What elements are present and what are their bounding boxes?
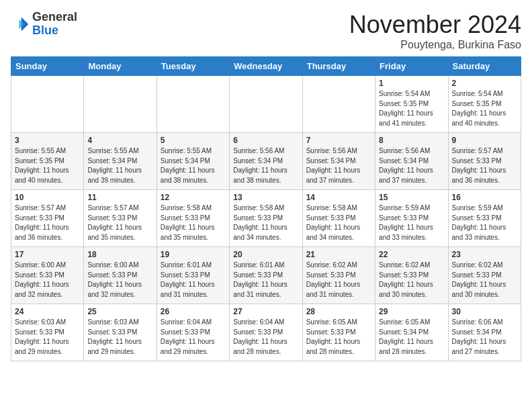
day-cell: 17Sunrise: 6:00 AMSunset: 5:33 PMDayligh… (11, 247, 84, 304)
day-info: Sunrise: 5:57 AMSunset: 5:33 PMDaylight:… (87, 203, 152, 242)
day-number: 22 (379, 250, 444, 259)
week-row-4: 17Sunrise: 6:00 AMSunset: 5:33 PMDayligh… (11, 247, 521, 304)
day-number: 9 (452, 136, 517, 145)
day-number: 18 (87, 250, 152, 259)
day-cell: 1Sunrise: 5:54 AMSunset: 5:35 PMDaylight… (375, 76, 448, 133)
day-number: 23 (452, 250, 517, 259)
weekday-header-monday: Monday (84, 57, 157, 76)
day-number: 21 (306, 250, 371, 259)
day-cell: 5Sunrise: 5:55 AMSunset: 5:34 PMDaylight… (157, 133, 229, 190)
day-cell: 29Sunrise: 6:05 AMSunset: 5:34 PMDayligh… (375, 304, 448, 361)
day-info: Sunrise: 5:54 AMSunset: 5:35 PMDaylight:… (452, 89, 517, 128)
day-info: Sunrise: 6:02 AMSunset: 5:33 PMDaylight:… (452, 261, 517, 300)
day-number: 27 (233, 307, 298, 316)
day-cell: 14Sunrise: 5:58 AMSunset: 5:33 PMDayligh… (302, 190, 375, 247)
day-info: Sunrise: 6:00 AMSunset: 5:33 PMDaylight:… (15, 261, 80, 300)
logo-blue: Blue (32, 24, 58, 37)
page-header: General Blue November 2024 Pouytenga, Bu… (11, 11, 521, 51)
day-cell: 9Sunrise: 5:57 AMSunset: 5:33 PMDaylight… (448, 133, 521, 190)
calendar-table: SundayMondayTuesdayWednesdayThursdayFrid… (11, 56, 521, 361)
day-info: Sunrise: 5:55 AMSunset: 5:34 PMDaylight:… (161, 146, 226, 185)
week-row-5: 24Sunrise: 6:03 AMSunset: 5:33 PMDayligh… (11, 304, 521, 361)
day-cell (230, 76, 302, 133)
day-info: Sunrise: 6:03 AMSunset: 5:33 PMDaylight:… (87, 318, 152, 357)
day-cell (11, 76, 84, 133)
weekday-header-saturday: Saturday (448, 57, 521, 76)
day-cell: 4Sunrise: 5:55 AMSunset: 5:34 PMDaylight… (84, 133, 157, 190)
day-number: 10 (15, 193, 80, 202)
day-info: Sunrise: 6:01 AMSunset: 5:33 PMDaylight:… (161, 261, 226, 300)
logo-general: General (32, 10, 77, 24)
day-info: Sunrise: 5:55 AMSunset: 5:34 PMDaylight:… (87, 146, 152, 185)
day-cell: 12Sunrise: 5:58 AMSunset: 5:33 PMDayligh… (157, 190, 229, 247)
day-info: Sunrise: 5:54 AMSunset: 5:35 PMDaylight:… (379, 89, 444, 128)
day-number: 14 (306, 193, 371, 202)
day-number: 4 (87, 136, 152, 145)
day-number: 20 (233, 250, 298, 259)
day-info: Sunrise: 6:02 AMSunset: 5:33 PMDaylight:… (379, 261, 444, 300)
day-cell: 26Sunrise: 6:04 AMSunset: 5:33 PMDayligh… (157, 304, 229, 361)
day-number: 30 (452, 307, 517, 316)
day-cell: 8Sunrise: 5:56 AMSunset: 5:34 PMDaylight… (375, 133, 448, 190)
day-cell: 10Sunrise: 5:57 AMSunset: 5:33 PMDayligh… (11, 190, 84, 247)
day-number: 5 (161, 136, 226, 145)
weekday-header-thursday: Thursday (302, 57, 375, 76)
day-cell: 11Sunrise: 5:57 AMSunset: 5:33 PMDayligh… (84, 190, 157, 247)
day-cell: 27Sunrise: 6:04 AMSunset: 5:33 PMDayligh… (230, 304, 302, 361)
month-title: November 2024 (349, 11, 521, 39)
weekday-header-tuesday: Tuesday (157, 57, 229, 76)
day-info: Sunrise: 5:55 AMSunset: 5:35 PMDaylight:… (15, 146, 80, 185)
weekday-header-row: SundayMondayTuesdayWednesdayThursdayFrid… (11, 57, 521, 76)
day-info: Sunrise: 6:04 AMSunset: 5:33 PMDaylight:… (233, 318, 298, 357)
day-number: 16 (452, 193, 517, 202)
weekday-header-sunday: Sunday (11, 57, 84, 76)
day-info: Sunrise: 5:57 AMSunset: 5:33 PMDaylight:… (452, 146, 517, 185)
weekday-header-friday: Friday (375, 57, 448, 76)
day-number: 2 (452, 79, 517, 88)
day-cell: 28Sunrise: 6:05 AMSunset: 5:33 PMDayligh… (302, 304, 375, 361)
day-info: Sunrise: 5:59 AMSunset: 5:33 PMDaylight:… (379, 203, 444, 242)
day-info: Sunrise: 6:05 AMSunset: 5:34 PMDaylight:… (379, 318, 444, 357)
day-number: 7 (306, 136, 371, 145)
day-number: 3 (15, 136, 80, 145)
week-row-3: 10Sunrise: 5:57 AMSunset: 5:33 PMDayligh… (11, 190, 521, 247)
day-info: Sunrise: 6:04 AMSunset: 5:33 PMDaylight:… (161, 318, 226, 357)
title-block: November 2024 Pouytenga, Burkina Faso (349, 11, 521, 51)
day-info: Sunrise: 5:59 AMSunset: 5:33 PMDaylight:… (452, 203, 517, 242)
day-number: 11 (87, 193, 152, 202)
day-cell: 20Sunrise: 6:01 AMSunset: 5:33 PMDayligh… (230, 247, 302, 304)
day-cell: 22Sunrise: 6:02 AMSunset: 5:33 PMDayligh… (375, 247, 448, 304)
day-number: 29 (379, 307, 444, 316)
day-number: 19 (161, 250, 226, 259)
location: Pouytenga, Burkina Faso (349, 39, 521, 51)
week-row-2: 3Sunrise: 5:55 AMSunset: 5:35 PMDaylight… (11, 133, 521, 190)
day-number: 26 (161, 307, 226, 316)
day-info: Sunrise: 6:02 AMSunset: 5:33 PMDaylight:… (306, 261, 371, 300)
day-cell: 18Sunrise: 6:00 AMSunset: 5:33 PMDayligh… (84, 247, 157, 304)
day-number: 15 (379, 193, 444, 202)
day-cell (157, 76, 229, 133)
day-cell: 23Sunrise: 6:02 AMSunset: 5:33 PMDayligh… (448, 247, 521, 304)
day-info: Sunrise: 5:56 AMSunset: 5:34 PMDaylight:… (379, 146, 444, 185)
day-info: Sunrise: 5:57 AMSunset: 5:33 PMDaylight:… (15, 203, 80, 242)
day-info: Sunrise: 6:00 AMSunset: 5:33 PMDaylight:… (87, 261, 152, 300)
day-number: 25 (87, 307, 152, 316)
day-info: Sunrise: 6:05 AMSunset: 5:33 PMDaylight:… (306, 318, 371, 357)
day-info: Sunrise: 5:58 AMSunset: 5:33 PMDaylight:… (233, 203, 298, 242)
day-number: 17 (15, 250, 80, 259)
day-cell: 21Sunrise: 6:02 AMSunset: 5:33 PMDayligh… (302, 247, 375, 304)
week-row-1: 1Sunrise: 5:54 AMSunset: 5:35 PMDaylight… (11, 76, 521, 133)
day-number: 12 (161, 193, 226, 202)
day-cell (84, 76, 157, 133)
day-cell: 16Sunrise: 5:59 AMSunset: 5:33 PMDayligh… (448, 190, 521, 247)
day-cell: 30Sunrise: 6:06 AMSunset: 5:34 PMDayligh… (448, 304, 521, 361)
day-cell: 13Sunrise: 5:58 AMSunset: 5:33 PMDayligh… (230, 190, 302, 247)
weekday-header-wednesday: Wednesday (230, 57, 302, 76)
day-info: Sunrise: 6:03 AMSunset: 5:33 PMDaylight:… (15, 318, 80, 357)
day-number: 13 (233, 193, 298, 202)
day-info: Sunrise: 5:56 AMSunset: 5:34 PMDaylight:… (233, 146, 298, 185)
day-info: Sunrise: 5:58 AMSunset: 5:33 PMDaylight:… (161, 203, 226, 242)
day-info: Sunrise: 6:06 AMSunset: 5:34 PMDaylight:… (452, 318, 517, 357)
day-cell: 19Sunrise: 6:01 AMSunset: 5:33 PMDayligh… (157, 247, 229, 304)
day-cell: 3Sunrise: 5:55 AMSunset: 5:35 PMDaylight… (11, 133, 84, 190)
